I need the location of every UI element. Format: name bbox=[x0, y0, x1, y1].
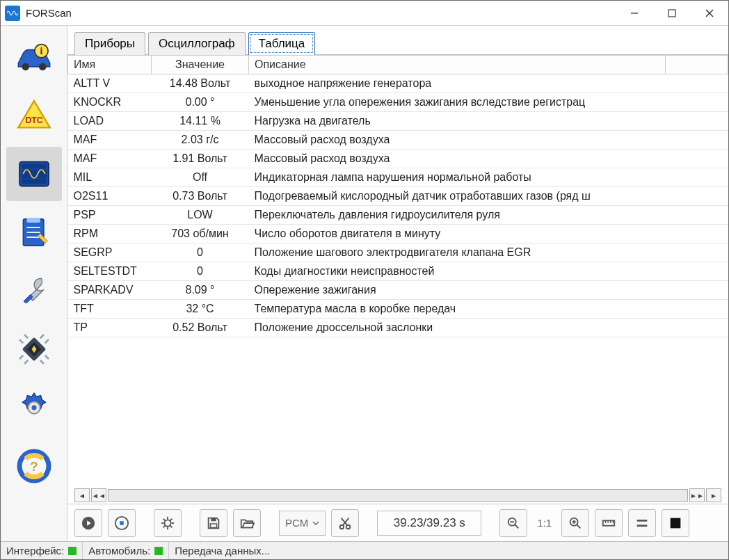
pid-extra bbox=[666, 168, 728, 187]
scroll-rewind-button[interactable]: ◄◄ bbox=[91, 488, 106, 502]
pid-extra bbox=[666, 262, 728, 281]
pid-name: TFT bbox=[68, 300, 152, 319]
stop-button[interactable] bbox=[108, 509, 136, 537]
service-button[interactable] bbox=[6, 264, 62, 318]
close-button[interactable] bbox=[691, 1, 728, 26]
pid-value: Off bbox=[152, 168, 249, 187]
table-row[interactable]: KNOCKR0.00 °Уменьшение угла опережения з… bbox=[68, 93, 728, 112]
scroll-start-button[interactable]: ◄ bbox=[74, 488, 90, 502]
table-row[interactable]: O2S110.73 ВольтПодогреваемый кислородный… bbox=[68, 187, 728, 206]
save-button[interactable] bbox=[200, 509, 227, 537]
svg-point-4 bbox=[22, 63, 29, 71]
pid-extra bbox=[666, 225, 728, 243]
svg-line-42 bbox=[170, 518, 173, 520]
svg-text:?: ? bbox=[30, 459, 38, 474]
left-toolbar: i DTC bbox=[1, 26, 67, 541]
pid-desc: Нагрузка на двигатель bbox=[249, 112, 666, 131]
pid-value: 1.91 Вольт bbox=[152, 150, 249, 168]
col-extra[interactable] bbox=[666, 56, 728, 74]
lines-button[interactable] bbox=[628, 509, 656, 537]
pid-name: SELTESTDT bbox=[68, 262, 152, 281]
pid-extra bbox=[666, 281, 728, 300]
settings-button[interactable] bbox=[6, 381, 62, 435]
table-row[interactable]: PSPLOWПереключатель давления гидроусилит… bbox=[68, 206, 728, 225]
pid-extra bbox=[666, 74, 728, 93]
svg-line-26 bbox=[45, 355, 48, 359]
minimize-button[interactable] bbox=[616, 1, 653, 26]
pid-desc: Опережение зажигания bbox=[249, 281, 666, 300]
svg-rect-45 bbox=[210, 523, 216, 527]
zoom-out-button[interactable] bbox=[499, 509, 527, 537]
pid-desc: Подогреваемый кислородный датчик отработ… bbox=[249, 187, 666, 206]
col-desc[interactable]: Описание bbox=[249, 56, 666, 74]
table-row[interactable]: MILOffИндикаторная лампа нарушения норма… bbox=[68, 168, 728, 187]
tab-table[interactable]: Таблица bbox=[248, 32, 316, 55]
gear-button[interactable] bbox=[154, 509, 182, 537]
statusbar: Интерфейс: Автомобиль: Передача данных..… bbox=[1, 541, 728, 559]
pid-desc: Положение дроссельной заслонки bbox=[249, 319, 666, 337]
pid-desc: Уменьшение угла опережения зажигания всл… bbox=[249, 93, 666, 112]
status-vehicle-label: Автомобиль: bbox=[88, 545, 150, 557]
help-button[interactable]: ? bbox=[6, 439, 62, 493]
table-row[interactable]: MAF1.91 ВольтМассовый расход воздуха bbox=[68, 150, 728, 168]
dtc-button[interactable]: DTC bbox=[6, 88, 62, 143]
scroll-end-button[interactable]: ► bbox=[706, 488, 721, 502]
col-value[interactable]: Значение bbox=[152, 56, 249, 74]
pid-desc: Коды диагностики неисправностей bbox=[249, 262, 666, 281]
tab-oscilloscope[interactable]: Осциллограф bbox=[148, 32, 246, 55]
cut-button[interactable] bbox=[331, 509, 359, 537]
svg-line-43 bbox=[163, 525, 166, 527]
play-button[interactable] bbox=[74, 509, 102, 537]
pid-value: 703 об/мин bbox=[152, 225, 249, 243]
body-area: i DTC bbox=[1, 26, 728, 541]
color-button[interactable] bbox=[662, 509, 689, 537]
chip-button[interactable] bbox=[6, 322, 62, 376]
pid-desc: Переключатель давления гидроусилителя ру… bbox=[249, 206, 666, 225]
pid-value: 8.09 ° bbox=[152, 281, 249, 300]
chevron-down-icon bbox=[312, 520, 319, 527]
pid-value: 0.73 Вольт bbox=[152, 187, 249, 206]
app-icon bbox=[5, 6, 20, 21]
table-row[interactable]: ALTT V14.48 Вольтвыходное напряжение ген… bbox=[68, 74, 728, 93]
table-row[interactable]: MAF2.03 г/сМассовый расход воздуха bbox=[68, 131, 728, 150]
svg-rect-14 bbox=[26, 218, 40, 223]
zoom-label: 1:1 bbox=[533, 511, 556, 536]
ruler-button[interactable] bbox=[595, 509, 623, 537]
scroll-track[interactable] bbox=[108, 489, 688, 502]
svg-point-5 bbox=[39, 63, 47, 71]
svg-line-54 bbox=[577, 524, 581, 528]
pid-name: MAF bbox=[68, 131, 152, 150]
pid-name: SEGRP bbox=[68, 243, 152, 262]
svg-line-20 bbox=[19, 339, 23, 343]
pid-desc: выходное напряжение генератора bbox=[249, 74, 666, 93]
tests-button[interactable] bbox=[6, 205, 62, 259]
tab-instruments[interactable]: Приборы bbox=[74, 32, 145, 55]
maximize-button[interactable] bbox=[653, 1, 691, 26]
scroll-forward-button[interactable]: ►► bbox=[689, 488, 705, 502]
pid-name: MAF bbox=[68, 150, 152, 168]
table-row[interactable]: LOAD14.11 %Нагрузка на двигатель bbox=[68, 112, 728, 131]
zoom-in-button[interactable] bbox=[561, 509, 589, 537]
col-name[interactable]: Имя bbox=[68, 56, 152, 74]
svg-text:DTC: DTC bbox=[25, 115, 42, 125]
table-row[interactable]: SELTESTDT0Коды диагностики неисправносте… bbox=[68, 262, 728, 281]
svg-line-41 bbox=[170, 525, 173, 527]
svg-line-40 bbox=[163, 518, 166, 520]
table-row[interactable]: TFT32 °CТемпература масла в коробке пере… bbox=[68, 300, 728, 319]
module-select-label: PCM bbox=[285, 517, 308, 529]
table-row[interactable]: RPM703 об/минЧисло оборотов двигателя в … bbox=[68, 225, 728, 243]
status-activity: Передача данных... bbox=[169, 542, 728, 559]
table-row[interactable]: SEGRP0Положение шагового электродвигател… bbox=[68, 243, 728, 262]
open-button[interactable] bbox=[233, 509, 261, 537]
table-row[interactable]: TP0.52 ВольтПоложение дроссельной заслон… bbox=[68, 319, 728, 337]
table-row[interactable]: SPARKADV8.09 °Опережение зажигания bbox=[68, 281, 728, 300]
tabs: Приборы Осциллограф Таблица bbox=[67, 26, 728, 55]
pid-name: O2S11 bbox=[68, 187, 152, 206]
pid-desc: Положение шагового электродвигателя клап… bbox=[249, 243, 666, 262]
svg-point-29 bbox=[31, 406, 36, 410]
svg-rect-34 bbox=[120, 521, 124, 525]
vehicle-info-button[interactable]: i bbox=[6, 30, 62, 84]
oscilloscope-button[interactable] bbox=[6, 147, 62, 201]
status-interface-light bbox=[68, 547, 77, 555]
module-select[interactable]: PCM bbox=[279, 511, 326, 536]
